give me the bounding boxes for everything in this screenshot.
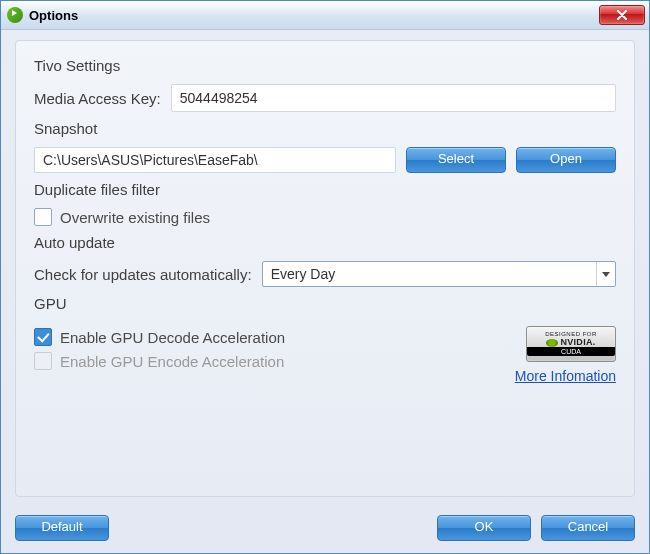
gpu-encode-row: Enable GPU Encode Acceleration: [34, 352, 515, 370]
gpu-left: Enable GPU Decode Acceleration Enable GP…: [34, 322, 515, 376]
autoupdate-row: Check for updates automatically: Every D…: [34, 261, 616, 287]
default-button[interactable]: Default: [15, 515, 109, 541]
gpu-encode-checkbox: [34, 352, 52, 370]
nvidia-eye-icon: [546, 339, 558, 347]
snapshot-path-input[interactable]: [34, 147, 396, 173]
autoupdate-section-title: Auto update: [34, 234, 616, 251]
mak-input[interactable]: [171, 84, 616, 112]
gpu-right: DESIGNED FOR NVIDIA. CUDA More Infomatio…: [515, 322, 616, 384]
app-icon: [7, 7, 23, 23]
gpu-decode-row: Enable GPU Decode Acceleration: [34, 328, 515, 346]
options-window: Options Tivo Settings Media Access Key: …: [0, 0, 650, 554]
select-button[interactable]: Select: [406, 147, 506, 173]
nvidia-bottom: CUDA: [527, 347, 615, 356]
close-button[interactable]: [599, 5, 645, 25]
gpu-row: Enable GPU Decode Acceleration Enable GP…: [34, 322, 616, 384]
autoupdate-select[interactable]: Every Day: [262, 261, 616, 287]
content-area: Tivo Settings Media Access Key: Snapshot…: [1, 30, 649, 505]
more-info-link[interactable]: More Infomation: [515, 368, 616, 384]
overwrite-label: Overwrite existing files: [60, 209, 210, 226]
dupfilter-section-title: Duplicate files filter: [34, 181, 616, 198]
ok-button[interactable]: OK: [437, 515, 531, 541]
mak-label: Media Access Key:: [34, 90, 161, 107]
gpu-decode-label: Enable GPU Decode Acceleration: [60, 329, 285, 346]
overwrite-checkbox[interactable]: [34, 208, 52, 226]
gpu-encode-label: Enable GPU Encode Acceleration: [60, 353, 284, 370]
autoupdate-select-wrap: Every Day: [262, 261, 616, 287]
autoupdate-label: Check for updates automatically:: [34, 266, 252, 283]
close-icon: [616, 10, 628, 20]
snapshot-row: Select Open: [34, 147, 616, 173]
tivo-section-title: Tivo Settings: [34, 57, 616, 74]
snapshot-section-title: Snapshot: [34, 120, 616, 137]
footer: Default OK Cancel: [1, 505, 649, 553]
options-panel: Tivo Settings Media Access Key: Snapshot…: [15, 40, 635, 497]
titlebar: Options: [1, 1, 649, 30]
open-button[interactable]: Open: [516, 147, 616, 173]
mak-row: Media Access Key:: [34, 84, 616, 112]
gpu-section-title: GPU: [34, 295, 616, 312]
nvidia-name: NVIDIA.: [560, 338, 595, 348]
gpu-decode-checkbox[interactable]: [34, 328, 52, 346]
nvidia-badge: DESIGNED FOR NVIDIA. CUDA: [526, 326, 616, 362]
window-title: Options: [29, 8, 599, 23]
overwrite-row: Overwrite existing files: [34, 208, 616, 226]
cancel-button[interactable]: Cancel: [541, 515, 635, 541]
